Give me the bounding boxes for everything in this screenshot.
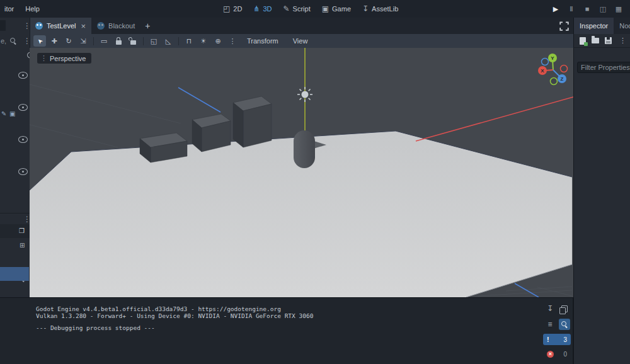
dock-tab-bar: Inspector Node (573, 18, 630, 34)
extra-options-button[interactable]: ⋮ (226, 35, 239, 47)
mode-game-button[interactable]: ▣ Game (317, 3, 356, 15)
close-tab-icon[interactable]: × (81, 21, 86, 31)
error-count-badge[interactable]: × 0 (543, 348, 571, 360)
visibility-eye-icon[interactable] (18, 168, 28, 175)
scene-tab-testlevel[interactable]: TestLevel × (30, 18, 91, 34)
visibility-eye-icon[interactable] (18, 104, 28, 111)
search-log-button[interactable] (559, 319, 570, 330)
ruler-icon: ◺ (166, 37, 171, 45)
unlock-button[interactable] (127, 35, 139, 47)
axis-z-negative-handle[interactable] (542, 59, 549, 65)
script-mode-label: Script (293, 5, 311, 13)
toolbar-separator (178, 37, 179, 45)
save-log-button[interactable]: ↧ (544, 303, 556, 314)
box-select-icon: ▭ (101, 37, 107, 45)
box-select-button[interactable]: ▭ (98, 35, 110, 47)
viewport-canvas[interactable]: Y X Z (30, 48, 573, 297)
filter-lines-icon: ≡ (547, 320, 552, 329)
environment-icon: ⊕ (215, 37, 220, 45)
save-resource-icon[interactable] (605, 37, 612, 44)
tab-inspector[interactable]: Inspector (574, 18, 614, 34)
add-scene-tab-button[interactable]: + (140, 18, 154, 34)
movie-maker-button[interactable]: ▦ (614, 5, 624, 13)
lock-button[interactable] (112, 35, 125, 47)
play-button[interactable]: ▶ (551, 5, 561, 13)
box-mesh-tall[interactable] (233, 96, 272, 147)
extra-options-dots-icon: ⋮ (229, 37, 236, 45)
pause-button[interactable]: Ⅱ (566, 5, 576, 13)
group-button[interactable]: ◱ (147, 35, 160, 47)
preview-environment-button[interactable]: ⊕ (212, 35, 224, 47)
axis-y-negative-handle[interactable] (551, 78, 558, 85)
playback-controls: ▶ Ⅱ ■ ◫ ▦ (551, 0, 629, 18)
filesystem-selected-item[interactable] (0, 267, 29, 281)
copy-log-button[interactable] (559, 303, 570, 314)
game-mode-label: Game (332, 5, 351, 13)
ruler-button[interactable]: ◺ (162, 35, 175, 47)
mode-3d-button[interactable]: ⋔ 3D (248, 3, 277, 15)
select-tool-button[interactable]: ➤ (33, 35, 46, 47)
play-current-scene-button[interactable]: ◫ (598, 5, 608, 13)
dock-edge-button[interactable] (0, 20, 6, 31)
scene-tab-label: Blackout (108, 22, 135, 30)
script-badge-icon[interactable]: ✎ (1, 110, 6, 117)
inspector-toolbar: ⋮ (573, 34, 630, 48)
preview-sun-button[interactable]: ☀ (197, 35, 210, 47)
rotate-tool-icon: ↻ (66, 37, 71, 45)
view-menu[interactable]: View (287, 37, 314, 45)
scene-tab-blackout[interactable]: Blackout (91, 18, 140, 34)
select-tool-icon: ➤ (35, 37, 44, 45)
visibility-eye-icon[interactable] (18, 136, 28, 143)
sun-icon: ☀ (200, 37, 207, 45)
panel-toggle-icon[interactable]: ❐ (19, 227, 25, 234)
tab-node[interactable]: Node (614, 18, 630, 34)
tool-badge-icon[interactable]: ▣ (9, 110, 15, 117)
scene-filter-fragment: e, (1, 37, 6, 45)
rotate-tool-button[interactable]: ↻ (62, 35, 75, 47)
box-mesh-medium[interactable] (192, 114, 231, 152)
axis-x-negative-handle[interactable] (561, 65, 568, 72)
visibility-eye-icon[interactable] (18, 72, 28, 79)
filter-properties-input[interactable] (577, 62, 630, 73)
filesystem-layout-icon[interactable]: ⊞ (20, 242, 25, 249)
menu-editor[interactable]: itor (0, 4, 20, 14)
scale-tool-button[interactable]: ⇲ (77, 35, 89, 47)
menu-group: itor Help (0, 0, 45, 18)
stop-button[interactable]: ■ (582, 5, 592, 13)
output-console: Godot Engine v4.4.beta1.official.d33da79… (0, 297, 573, 364)
mode-script-button[interactable]: ✎ Script (278, 3, 316, 15)
scene-icon (35, 22, 43, 30)
scene-filter-search-icon[interactable] (10, 38, 17, 45)
warning-icon: ! (547, 336, 549, 343)
view-axes-gizmo[interactable]: Y X Z (538, 54, 568, 85)
3d-viewport[interactable]: ⋮ Perspective (30, 48, 573, 297)
console-line: --- Debugging process stopped --- (36, 325, 313, 332)
perspective-menu-button[interactable]: ⋮ Perspective (37, 53, 91, 64)
filter-log-button[interactable]: ≡ (544, 319, 556, 330)
new-resource-icon[interactable] (580, 37, 586, 45)
assetlib-mode-icon: ↧ (362, 4, 369, 13)
menu-help[interactable]: Help (20, 4, 45, 14)
mode-assetlib-button[interactable]: ↧ AssetLib (357, 3, 403, 15)
move-tool-button[interactable]: ✚ (48, 35, 60, 47)
snap-toggle-button[interactable]: ⊓ (183, 35, 195, 47)
toolbar-separator (93, 37, 94, 45)
warning-count-badge[interactable]: ! 3 (543, 334, 571, 345)
2d-mode-icon: ◰ (223, 4, 230, 13)
expand-viewport-icon[interactable] (559, 21, 569, 31)
load-resource-icon[interactable] (592, 38, 599, 43)
transform-menu[interactable]: Transform (241, 37, 285, 45)
x-axis-line (416, 97, 573, 141)
godot-editor-window: itor Help ◰ 2D ⋔ 3D ✎ Script ▣ Game ↧ As… (0, 0, 630, 364)
scene-tab-label: TestLevel (47, 22, 76, 30)
scale-tool-icon: ⇲ (80, 37, 86, 45)
directional-light-gizmo[interactable] (297, 87, 312, 102)
scene-filter-options-icon[interactable]: ⋮ (23, 37, 31, 45)
inspector-options-icon[interactable]: ⋮ (619, 37, 630, 45)
game-mode-icon: ▣ (322, 4, 329, 13)
scene-dock-options-icon[interactable]: ⋮ (23, 21, 31, 30)
warning-count: 3 (563, 336, 567, 343)
snap-magnet-icon: ⊓ (186, 37, 192, 45)
mode-2d-button[interactable]: ◰ 2D (218, 3, 247, 15)
assetlib-mode-label: AssetLib (372, 5, 398, 13)
